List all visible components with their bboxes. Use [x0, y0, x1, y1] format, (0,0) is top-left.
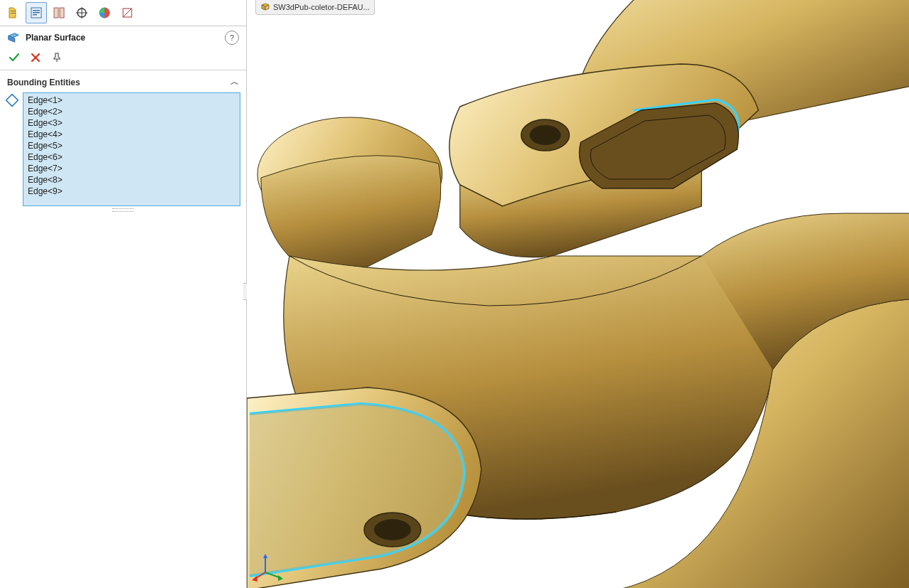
tab-property[interactable]: [26, 2, 47, 23]
ok-button[interactable]: [9, 52, 20, 65]
help-icon[interactable]: ?: [225, 31, 239, 45]
svg-marker-24: [252, 576, 257, 582]
svg-rect-1: [11, 13, 16, 14]
document-tab[interactable]: SW3dPub-coletor-DEFAU...: [255, 0, 375, 15]
svg-marker-20: [263, 554, 267, 558]
pm-tab-bar: [0, 0, 246, 26]
pm-action-row: [0, 49, 246, 70]
bounding-entities-section: Bounding Entities ︿ Edge<1>Edge<2>Edge<3…: [0, 70, 246, 218]
svg-rect-4: [33, 12, 40, 14]
svg-rect-6: [54, 8, 58, 18]
planar-surface-icon: [7, 31, 20, 44]
svg-rect-13: [6, 95, 18, 107]
list-item[interactable]: Edge<8>: [26, 174, 237, 186]
tab-config[interactable]: [48, 2, 70, 23]
pin-button[interactable]: [51, 52, 63, 65]
svg-point-16: [530, 125, 561, 145]
tab-appearance[interactable]: [94, 2, 115, 23]
svg-point-18: [374, 519, 411, 540]
chevron-up-icon: ︿: [230, 76, 239, 88]
pm-title-row: Planar Surface ?: [0, 26, 246, 49]
list-item[interactable]: Edge<5>: [26, 140, 237, 151]
list-resize-gripper[interactable]: [6, 206, 240, 213]
pm-title: Planar Surface: [26, 33, 85, 43]
document-tab-label: SW3dPub-coletor-DEFAU...: [273, 3, 370, 11]
cancel-button[interactable]: [30, 52, 41, 65]
loop-icon: [6, 94, 18, 107]
list-item[interactable]: Edge<9>: [26, 186, 237, 197]
list-item[interactable]: Edge<1>: [26, 95, 237, 106]
list-item[interactable]: Edge<7>: [26, 163, 237, 174]
tab-display[interactable]: [71, 2, 92, 23]
svg-rect-3: [33, 10, 40, 11]
svg-rect-5: [33, 14, 37, 16]
svg-marker-22: [278, 575, 283, 581]
tab-feature[interactable]: [3, 2, 24, 23]
list-item[interactable]: Edge<2>: [26, 106, 237, 117]
model-render: [247, 0, 909, 588]
section-header[interactable]: Bounding Entities ︿: [6, 75, 240, 92]
tab-dimexpert[interactable]: [117, 2, 138, 23]
graphics-viewport[interactable]: SW3dPub-coletor-DEFAU... Box SelectionLa…: [247, 0, 909, 588]
list-item[interactable]: Edge<4>: [26, 129, 237, 140]
view-triad[interactable]: [251, 551, 284, 584]
svg-rect-7: [60, 8, 64, 18]
section-title: Bounding Entities: [7, 77, 80, 87]
part-icon: [260, 2, 270, 12]
svg-rect-0: [11, 11, 16, 11]
list-item[interactable]: Edge<6>: [26, 151, 237, 163]
bounding-entities-list[interactable]: Edge<1>Edge<2>Edge<3>Edge<4>Edge<5>Edge<…: [23, 92, 240, 206]
property-manager-panel: Planar Surface ? Bounding Entities ︿ Edg…: [0, 0, 247, 588]
list-item[interactable]: Edge<3>: [26, 117, 237, 129]
